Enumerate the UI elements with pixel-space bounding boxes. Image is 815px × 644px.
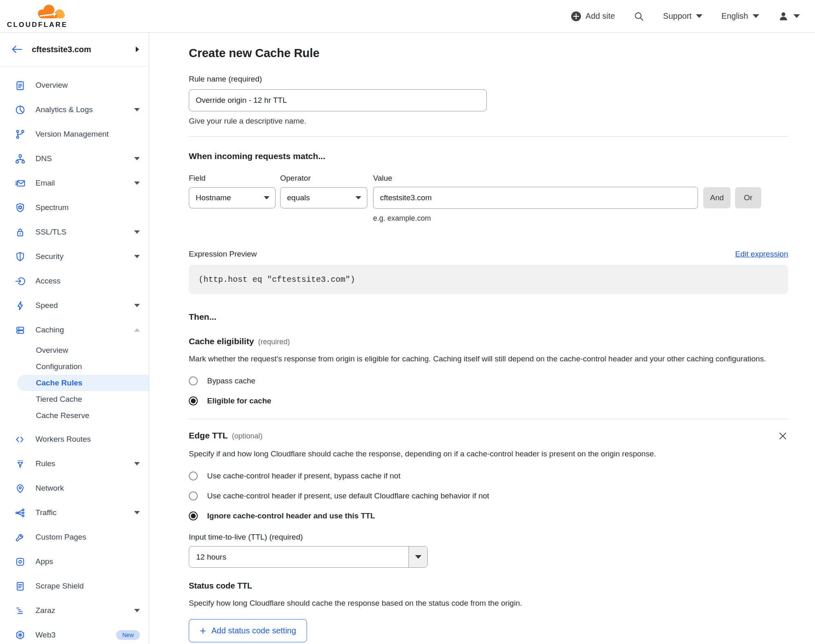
hierarchy-icon xyxy=(15,153,26,164)
radio-bypass-cache[interactable]: Bypass cache xyxy=(189,376,788,385)
close-icon[interactable] xyxy=(777,431,788,441)
rule-name-helper: Give your rule a descriptive name. xyxy=(189,117,788,126)
radio-icon[interactable] xyxy=(189,491,198,500)
back-arrow-icon[interactable] xyxy=(11,45,23,53)
radio-selected-icon[interactable] xyxy=(189,511,198,520)
ttl-select[interactable]: 12 hours xyxy=(189,546,428,568)
envelope-icon xyxy=(15,178,26,189)
sidebar-item-traffic[interactable]: Traffic xyxy=(0,500,149,525)
chevron-right-icon[interactable] xyxy=(136,46,139,52)
sidebar-item-dns[interactable]: DNS xyxy=(0,146,149,171)
status-code-ttl-description: Specify how long Cloudflare should cache… xyxy=(189,597,779,610)
map-pin-icon xyxy=(15,483,26,494)
chevron-down-icon xyxy=(356,196,361,199)
cloudflare-logo[interactable]: CLOUDFLARE xyxy=(7,3,71,29)
ttl-input-label: Input time-to-live (TTL) (required) xyxy=(189,533,788,542)
add-site-plus-icon xyxy=(571,11,581,21)
sidebar-subitem-tiered-cache[interactable]: Tiered Cache xyxy=(0,391,149,407)
sidebar-item-speed[interactable]: Speed xyxy=(0,293,149,318)
expression-preview-label: Expression Preview xyxy=(189,250,257,259)
sidebar-item-security[interactable]: Security xyxy=(0,244,149,269)
radio-icon[interactable] xyxy=(189,471,198,480)
sidebar-item-custom-pages[interactable]: Custom Pages xyxy=(0,525,149,549)
radio-ignore-cache-control[interactable]: Ignore cache-control header and use this… xyxy=(189,511,788,520)
site-selector[interactable]: cftestsite3.com xyxy=(0,33,149,66)
padlock-icon xyxy=(15,227,26,238)
sidebar-item-analytics-logs[interactable]: Analytics & Logs xyxy=(0,97,149,122)
sidebar-item-caching[interactable]: Caching xyxy=(0,318,149,342)
edit-expression-link[interactable]: Edit expression xyxy=(735,250,788,259)
ttl-select-arrow-button[interactable] xyxy=(409,547,427,567)
stair-bars-icon xyxy=(15,605,26,616)
site-name: cftestsite3.com xyxy=(32,45,127,54)
value-hint: e.g. example.com xyxy=(373,214,788,223)
edge-ttl-description: Specify if and how long Cloudflare shoul… xyxy=(189,447,658,460)
language-menu[interactable]: English xyxy=(721,11,759,21)
status-code-ttl-heading: Status code TTL xyxy=(189,581,788,591)
radio-selected-icon[interactable] xyxy=(189,396,198,405)
sidebar-item-workers-routes[interactable]: Workers Routes xyxy=(0,427,149,451)
sidebar-item-access[interactable]: Access xyxy=(0,269,149,293)
chevron-down-icon xyxy=(134,462,140,465)
radio-icon[interactable] xyxy=(189,376,198,385)
chevron-down-icon xyxy=(134,255,140,258)
wrench-icon xyxy=(15,532,26,543)
new-badge: New xyxy=(116,630,140,640)
pie-chart-icon xyxy=(15,104,26,115)
or-button[interactable]: Or xyxy=(735,187,761,208)
sidebar-item-overview[interactable]: Overview xyxy=(0,73,149,97)
lightning-bolt-icon xyxy=(15,300,26,311)
sidebar-item-spectrum[interactable]: Spectrum xyxy=(0,195,149,220)
radio-cache-control-default[interactable]: Use cache-control header if present, use… xyxy=(189,491,788,500)
plus-icon: + xyxy=(200,625,206,636)
field-select[interactable]: Hostname xyxy=(189,187,276,208)
section-divider xyxy=(189,419,788,419)
account-menu[interactable] xyxy=(778,11,800,22)
operator-select[interactable]: equals xyxy=(280,187,367,208)
sidebar-item-zaraz[interactable]: Zaraz xyxy=(0,598,149,623)
then-heading: Then... xyxy=(189,312,788,322)
chevron-down-icon xyxy=(134,230,140,234)
radio-eligible-for-cache[interactable]: Eligible for cache xyxy=(189,396,788,405)
and-button[interactable]: And xyxy=(703,187,731,208)
support-menu[interactable]: Support xyxy=(663,11,702,21)
sidebar-item-email[interactable]: Email xyxy=(0,171,149,195)
git-branch-icon xyxy=(15,129,26,140)
sidebar-item-rules[interactable]: Rules xyxy=(0,451,149,476)
caching-submenu: Overview Configuration Cache Rules Tiere… xyxy=(0,342,149,424)
search-button[interactable] xyxy=(634,11,644,22)
sidebar-item-web3[interactable]: Web3 New xyxy=(0,623,149,644)
clipboard-icon xyxy=(15,80,26,91)
sidebar-subitem-caching-overview[interactable]: Overview xyxy=(0,342,149,359)
cache-eligibility-qualifier: (required) xyxy=(258,338,290,346)
sidebar-item-network[interactable]: Network xyxy=(0,476,149,500)
sidebar: cftestsite3.com Overview Analytics & Log… xyxy=(0,33,149,644)
add-site-button[interactable]: Add site xyxy=(571,11,615,21)
add-status-code-setting-button[interactable]: + Add status code setting xyxy=(189,619,307,642)
document-icon xyxy=(15,581,26,592)
sidebar-subitem-configuration[interactable]: Configuration xyxy=(0,359,149,375)
radio-cache-control-bypass[interactable]: Use cache-control header if present, byp… xyxy=(189,471,788,480)
sidebar-item-scrape-shield[interactable]: Scrape Shield xyxy=(0,574,149,598)
chevron-down-icon xyxy=(134,108,140,111)
cloudflare-cloud-icon xyxy=(36,3,68,20)
value-label: Value xyxy=(373,174,392,183)
sidebar-item-version-management[interactable]: Version Management xyxy=(0,122,149,146)
rule-name-input[interactable]: Override origin - 12 hr TTL xyxy=(189,89,487,111)
chevron-down-icon xyxy=(696,14,702,18)
sidebar-subitem-cache-reserve[interactable]: Cache Reserve xyxy=(0,407,149,424)
funnel-icon xyxy=(15,458,26,469)
sidebar-subitem-cache-rules[interactable]: Cache Rules xyxy=(17,375,149,391)
sidebar-item-apps[interactable]: Apps xyxy=(0,549,149,574)
page-title: Create new Cache Rule xyxy=(189,46,788,60)
chevron-down-icon xyxy=(134,609,140,612)
brand-wordmark: CLOUDFLARE xyxy=(7,21,68,29)
edge-ttl-qualifier: (optional) xyxy=(232,432,263,440)
search-icon xyxy=(634,11,644,22)
cache-eligibility-heading: Cache eligibility xyxy=(189,336,254,346)
edge-ttl-heading: Edge TTL xyxy=(189,431,228,440)
top-header: CLOUDFLARE Add site Support English xyxy=(0,0,815,33)
value-input[interactable]: cftestsite3.com xyxy=(373,187,698,209)
sidebar-item-ssl-tls[interactable]: SSL/TLS xyxy=(0,220,149,244)
chevron-down-icon xyxy=(793,14,800,18)
